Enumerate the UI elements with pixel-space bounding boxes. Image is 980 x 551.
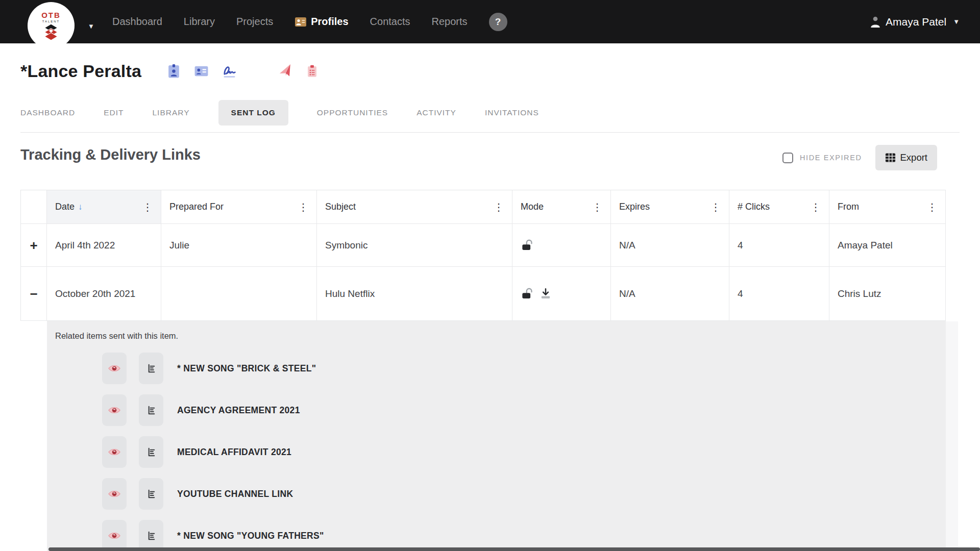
tabs-divider xyxy=(20,132,960,133)
cell-from: Chris Lutz xyxy=(829,267,946,321)
expand-row-button[interactable]: + xyxy=(30,239,37,252)
related-items-panel: Related items sent with this item. xyxy=(47,321,946,551)
tab-activity[interactable]: ACTIVITY xyxy=(416,108,456,117)
nav-contacts[interactable]: Contacts xyxy=(370,16,410,28)
send-icon xyxy=(278,63,294,80)
cell-clicks: 4 xyxy=(729,224,829,267)
top-navigation-bar: OTB TALENT ▼ Dashboard Library Projects … xyxy=(0,0,980,43)
related-item-label: MEDICAL AFFIDAVIT 2021 xyxy=(177,447,291,458)
document-icon xyxy=(145,363,157,374)
eye-icon xyxy=(108,362,121,375)
hide-expired-toggle[interactable]: HIDE EXPIRED xyxy=(782,153,862,163)
cell-clicks: 4 xyxy=(729,267,829,321)
logo-chevrons-icon xyxy=(41,24,61,40)
user-name: Amaya Patel xyxy=(886,16,946,28)
export-label: Export xyxy=(900,152,927,163)
column-label-mode[interactable]: Mode xyxy=(521,202,544,212)
column-label-expires[interactable]: Expires xyxy=(619,202,650,212)
column-label-from[interactable]: From xyxy=(838,202,859,212)
cell-expires: N/A xyxy=(611,224,729,267)
tab-sent-log[interactable]: SENT LOG xyxy=(218,100,288,126)
column-menu-expires[interactable]: ⋮ xyxy=(708,201,723,213)
preview-button[interactable] xyxy=(102,436,127,468)
column-header-clicks: # Clicks ⋮ xyxy=(729,190,829,224)
signature-button[interactable] xyxy=(221,63,238,79)
sort-desc-arrow-icon: ↓ xyxy=(78,202,83,212)
column-label-clicks[interactable]: # Clicks xyxy=(738,202,770,212)
send-button[interactable] xyxy=(278,63,294,80)
column-header-date: Date ↓ ⋮ xyxy=(47,190,161,224)
id-badge-button[interactable] xyxy=(166,63,182,79)
signature-icon xyxy=(221,63,238,79)
nav-projects[interactable]: Projects xyxy=(236,16,273,28)
page-title: *Lance Peralta xyxy=(20,61,141,81)
id-badge-icon xyxy=(166,63,182,79)
nav-library[interactable]: Library xyxy=(184,16,215,28)
column-menu-mode[interactable]: ⋮ xyxy=(590,201,604,213)
preview-button[interactable] xyxy=(102,353,127,384)
table-right-gutter xyxy=(946,321,958,551)
hide-expired-label: HIDE EXPIRED xyxy=(800,154,862,162)
nav-projects-label: Projects xyxy=(236,16,273,28)
section-heading: Tracking & Delivery Links xyxy=(20,146,201,163)
nav-contacts-label: Contacts xyxy=(370,16,410,28)
table-row-expand-cell: − xyxy=(20,267,47,321)
column-label-subject[interactable]: Subject xyxy=(325,202,356,212)
column-menu-date[interactable]: ⋮ xyxy=(140,201,155,213)
related-item-label: * NEW SONG "BRICK & STEEL" xyxy=(177,363,316,374)
horizontal-scrollbar[interactable] xyxy=(48,547,980,551)
brand-logo[interactable]: OTB TALENT xyxy=(28,2,75,49)
cell-date: October 20th 2021 xyxy=(47,267,161,321)
document-button[interactable] xyxy=(139,394,163,426)
hide-expired-checkbox[interactable] xyxy=(782,153,793,163)
nav-profiles[interactable]: Profiles xyxy=(295,16,348,28)
preview-button[interactable] xyxy=(102,478,127,510)
column-menu-from[interactable]: ⋮ xyxy=(925,201,939,213)
unlock-icon xyxy=(521,287,534,300)
logo-menu-caret-icon[interactable]: ▼ xyxy=(88,22,94,30)
related-items-note: Related items sent with this item. xyxy=(55,331,178,341)
column-menu-clicks[interactable]: ⋮ xyxy=(808,201,823,213)
document-button[interactable] xyxy=(139,436,163,468)
tracking-links-table: Date ↓ ⋮ Prepared For ⋮ Subject ⋮ Mode ⋮… xyxy=(20,190,946,551)
tab-dashboard[interactable]: DASHBOARD xyxy=(20,108,75,117)
document-button[interactable] xyxy=(139,478,163,510)
column-menu-subject[interactable]: ⋮ xyxy=(492,201,506,213)
help-button[interactable]: ? xyxy=(489,13,507,31)
eye-icon xyxy=(108,445,121,459)
eye-icon xyxy=(108,529,121,542)
logo-text-talent: TALENT xyxy=(42,20,60,23)
tab-opportunities[interactable]: OPPORTUNITIES xyxy=(317,108,388,117)
cell-mode xyxy=(512,267,611,321)
document-button[interactable] xyxy=(139,353,163,384)
nav-reports[interactable]: Reports xyxy=(432,16,468,28)
user-menu[interactable]: Amaya Patel ▼ xyxy=(870,16,960,28)
download-icon xyxy=(539,287,552,300)
column-header-prepared-for: Prepared For ⋮ xyxy=(161,190,317,224)
contact-card-button[interactable] xyxy=(193,63,210,79)
clipboard-button[interactable] xyxy=(305,63,319,79)
export-button[interactable]: Export xyxy=(875,145,937,170)
cell-date-line2: 2021 xyxy=(114,288,135,299)
list-item: * NEW SONG "BRICK & STEEL" xyxy=(47,347,946,389)
column-header-date-sort[interactable]: Date ↓ xyxy=(55,202,83,212)
eye-icon xyxy=(108,404,121,417)
column-menu-prepared-for[interactable]: ⋮ xyxy=(296,201,310,213)
nav-dashboard[interactable]: Dashboard xyxy=(112,16,162,28)
table-row-expand-cell: + xyxy=(20,224,47,267)
nav-reports-label: Reports xyxy=(432,16,468,28)
document-icon xyxy=(145,488,157,500)
column-header-from: From ⋮ xyxy=(829,190,946,224)
document-button[interactable] xyxy=(139,520,163,551)
cell-date-line1: October 20th xyxy=(55,288,111,299)
list-item: AGENCY AGREEMENT 2021 xyxy=(47,389,946,431)
tab-library[interactable]: LIBRARY xyxy=(153,108,190,117)
collapse-row-button[interactable]: − xyxy=(30,287,37,300)
column-label-prepared-for[interactable]: Prepared For xyxy=(169,202,224,212)
tab-edit[interactable]: EDIT xyxy=(104,108,124,117)
preview-button[interactable] xyxy=(102,394,127,426)
cell-expires: N/A xyxy=(611,267,729,321)
cell-from: Amaya Patel xyxy=(829,224,946,267)
preview-button[interactable] xyxy=(102,520,127,551)
tab-invitations[interactable]: INVITATIONS xyxy=(485,108,539,117)
